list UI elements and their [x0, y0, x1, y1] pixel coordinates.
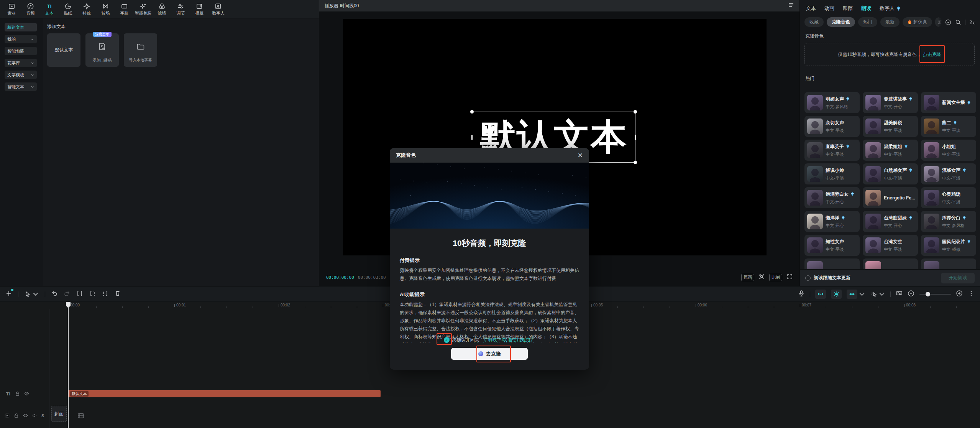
playhead[interactable]	[68, 302, 69, 428]
film-strip-icon[interactable]	[77, 412, 84, 421]
tab-animation[interactable]: 动画	[824, 5, 834, 12]
voice-card[interactable]: 浑厚旁白中文-多风格	[921, 211, 976, 232]
undo-button[interactable]	[51, 290, 58, 298]
search-icon[interactable]	[955, 19, 961, 25]
chip-favorites[interactable]: 收藏	[804, 17, 824, 27]
zoom-in-icon[interactable]	[956, 290, 963, 298]
voice-card[interactable]: 直率英子中文-平淡	[804, 140, 860, 161]
toolbar-item-digital-human[interactable]: 数字人	[209, 0, 228, 18]
close-icon[interactable]: ✕	[578, 152, 583, 159]
cursor-link-tool[interactable]	[870, 291, 885, 298]
slider-knob[interactable]	[926, 292, 930, 296]
import-subtitles-card[interactable]: 导入本地字幕	[124, 33, 157, 67]
sidebar-item-smart-text[interactable]: 智能文本	[5, 82, 37, 91]
voice-card[interactable]: 亲切女声中文-平淡	[804, 116, 860, 137]
selection-edge-handle[interactable]	[635, 135, 636, 140]
snap-toggle[interactable]	[815, 290, 826, 299]
sidebar-item-mine[interactable]: 我的	[5, 35, 37, 43]
ratio-button[interactable]: 比例	[769, 274, 782, 281]
voice-card[interactable]: 国风纪录片中文-骄傲	[921, 235, 976, 256]
toolbar-item-transition[interactable]: 转场	[96, 0, 115, 18]
click-to-clone-link[interactable]: 点击克隆	[923, 51, 941, 58]
add-track-button[interactable]	[5, 290, 12, 298]
voice-card[interactable]: 自然感女声中文-平淡	[863, 163, 918, 184]
toolbar-item-effects[interactable]: 特效	[77, 0, 96, 18]
toolbar-item-sticker[interactable]: 贴纸	[59, 0, 77, 18]
split-right-button[interactable]	[102, 290, 108, 298]
chip-hot[interactable]: 热门	[858, 17, 877, 27]
voice-card[interactable]: 懒洋洋中文-开心	[804, 211, 860, 232]
start-reading-button[interactable]: 开始朗读	[941, 273, 975, 283]
split-left-button[interactable]	[89, 290, 96, 298]
voice-card-partial[interactable]	[921, 258, 976, 269]
fullscreen-icon[interactable]	[787, 274, 793, 281]
voice-card[interactable]: 台湾女生中文-平淡	[863, 235, 918, 256]
delete-button[interactable]	[114, 290, 121, 298]
default-text-card[interactable]: 默认文本	[47, 33, 80, 67]
auto-highlight-toggle[interactable]	[831, 290, 842, 299]
selection-handle[interactable]	[634, 110, 637, 114]
voice-card[interactable]: 曼波讲故事中文-开心	[863, 92, 918, 113]
voice-card[interactable]: 温柔姐姐中文-平淡	[863, 140, 918, 161]
chip-film-narration[interactable]: 影视解说	[935, 17, 942, 27]
agree-checkbox[interactable]: ✓	[444, 337, 450, 343]
sidebar-item-smart-pack[interactable]: 智能包装	[5, 47, 37, 55]
preview-zoom-icon[interactable]	[759, 274, 765, 281]
more-options-icon[interactable]	[968, 290, 975, 298]
voice-card[interactable]: 台湾腔甜妹中文-开心	[863, 211, 918, 232]
chip-newest[interactable]: 最新	[880, 17, 900, 27]
tab-text[interactable]: 文本	[806, 5, 816, 12]
voice-card[interactable]: 熊二中文-平淡	[921, 116, 976, 137]
toolbar-item-audio[interactable]: 音频	[21, 0, 40, 18]
lock-icon[interactable]	[15, 391, 20, 396]
toolbar-item-template[interactable]: 模板	[190, 0, 209, 18]
chip-clone-voice[interactable]: 克隆音色	[827, 17, 855, 27]
voice-card[interactable]: 小姐姐中文-平淡	[921, 140, 976, 161]
toolbar-item-smart-pack[interactable]: 智能包装	[134, 0, 153, 18]
speaker-icon[interactable]	[32, 413, 37, 418]
voice-card[interactable]: 甜美解说中文-平淡	[863, 116, 918, 137]
go-clone-button[interactable]: 去克隆	[451, 348, 528, 360]
lock-icon[interactable]	[14, 413, 19, 418]
select-tool-button[interactable]	[24, 291, 39, 298]
voice-card[interactable]: 心灵鸡汤中文-平淡	[921, 187, 976, 208]
sidebar-item-fancy-text[interactable]: 花字库	[5, 59, 37, 67]
tab-read-aloud[interactable]: 朗读	[861, 5, 871, 12]
link-toggle[interactable]	[847, 290, 865, 299]
toolbar-item-adjust[interactable]: 调节	[171, 0, 190, 18]
toolbar-item-captions[interactable]: 字幕	[115, 0, 134, 18]
split-button[interactable]	[76, 290, 83, 298]
original-quality-button[interactable]: 原画	[741, 274, 754, 281]
voice-card-partial[interactable]	[804, 258, 860, 269]
follow-text-checkbox[interactable]	[805, 275, 811, 281]
voice-card[interactable]: 知性女声中文-平淡	[804, 235, 860, 256]
filter-icon[interactable]	[969, 19, 975, 25]
voice-card[interactable]: 明媚女声中文-多风格	[804, 92, 860, 113]
eye-icon[interactable]	[24, 391, 29, 396]
selection-edge-handle[interactable]	[471, 135, 473, 140]
sidebar-item-text-template[interactable]: 文字模板	[5, 71, 37, 79]
text-clip[interactable]: 默认文本	[68, 390, 381, 397]
tab-tracking[interactable]: 跟踪	[843, 5, 853, 12]
eye-icon[interactable]	[23, 413, 28, 418]
zoom-out-icon[interactable]	[908, 290, 914, 298]
toolbar-item-media[interactable]: 素材	[2, 0, 21, 18]
player-menu-icon[interactable]	[788, 2, 794, 10]
tab-digital-human[interactable]: 数字人	[880, 5, 901, 12]
record-voiceover-icon[interactable]	[798, 290, 805, 298]
selection-handle[interactable]	[634, 161, 637, 164]
cover-button[interactable]: 封面	[51, 406, 67, 422]
sidebar-item-new-text[interactable]: 新建文本	[5, 23, 37, 31]
toolbar-item-text[interactable]: TI 文本	[40, 0, 59, 18]
voice-card-partial[interactable]	[863, 258, 918, 269]
chip-ultra-real[interactable]: 超仿真	[903, 17, 932, 27]
voice-card[interactable]: 饱满旁白女中文-开心	[804, 187, 860, 208]
expand-circle-icon[interactable]	[945, 19, 951, 25]
voice-card[interactable]: 解说小帅中文-平淡	[804, 163, 860, 184]
redo-button[interactable]	[64, 290, 71, 298]
agree-spec-link[interactable]: 《“剪映”AI功能使用规范》	[482, 337, 535, 343]
selection-handle[interactable]	[470, 110, 474, 114]
toolbar-item-filters[interactable]: 滤镜	[153, 0, 171, 18]
timeline-zoom-slider[interactable]	[919, 294, 951, 295]
voice-card[interactable]: 新闻女主播	[921, 92, 976, 113]
